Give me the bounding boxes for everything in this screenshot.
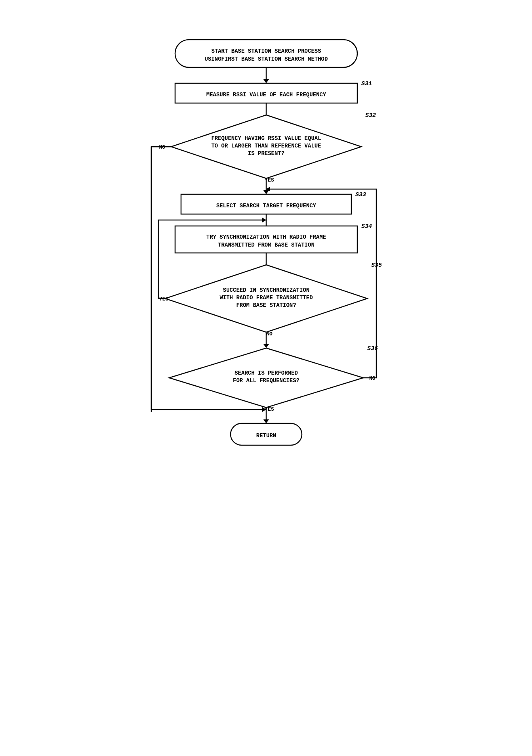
svg-text:S31: S31	[361, 80, 372, 87]
svg-text:TRANSMITTED FROM BASE STATION: TRANSMITTED FROM BASE STATION	[218, 242, 315, 248]
svg-text:WITH RADIO FRAME TRANSMITTED: WITH RADIO FRAME TRANSMITTED	[219, 295, 313, 301]
svg-text:NO: NO	[369, 375, 376, 381]
svg-text:SEARCH IS PERFORMED: SEARCH IS PERFORMED	[235, 370, 298, 376]
svg-text:NO: NO	[266, 331, 273, 337]
svg-marker-52	[262, 218, 266, 222]
svg-text:YES: YES	[159, 296, 169, 302]
svg-text:TRY SYNCHRONIZATION WITH RADIO: TRY SYNCHRONIZATION WITH RADIO FRAME	[206, 234, 326, 240]
svg-text:START BASE STATION SEARCH PROC: START BASE STATION SEARCH PROCESS	[211, 48, 321, 54]
svg-text:SUCCEED IN SYNCHRONIZATION: SUCCEED IN SYNCHRONIZATION	[223, 287, 309, 293]
svg-text:S32: S32	[365, 112, 376, 119]
svg-text:FOR ALL FREQUENCIES?: FOR ALL FREQUENCIES?	[233, 377, 299, 384]
svg-text:S33: S33	[355, 191, 366, 198]
svg-text:RETURN: RETURN	[256, 433, 276, 439]
svg-text:TO OR LARGER THAN REFERENCE VA: TO OR LARGER THAN REFERENCE VALUE	[211, 143, 321, 149]
svg-text:IS PRESENT?: IS PRESENT?	[248, 150, 284, 157]
svg-text:FREQUENCY HAVING RSSI VALUE EQ: FREQUENCY HAVING RSSI VALUE EQUAL	[211, 135, 321, 142]
svg-marker-38	[263, 344, 269, 348]
svg-text:SELECT SEARCH TARGET FREQUENCY: SELECT SEARCH TARGET FREQUENCY	[216, 203, 316, 209]
svg-marker-4	[263, 79, 269, 83]
svg-marker-18	[263, 190, 269, 194]
svg-marker-46	[263, 419, 269, 423]
svg-text:NO: NO	[159, 144, 165, 150]
svg-text:USINGFIRST BASE STATION SEARCH: USINGFIRST BASE STATION SEARCH METHOD	[204, 56, 328, 62]
svg-text:MEASURE RSSI VALUE OF EACH FRE: MEASURE RSSI VALUE OF EACH FREQUENCY	[206, 92, 326, 98]
svg-text:FROM BASE STATION?: FROM BASE STATION?	[236, 302, 296, 308]
svg-text:S34: S34	[361, 223, 372, 230]
